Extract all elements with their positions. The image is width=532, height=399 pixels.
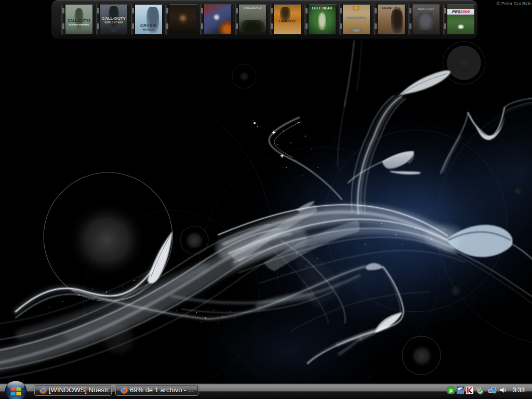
svg-text:µ: µ bbox=[449, 387, 453, 393]
